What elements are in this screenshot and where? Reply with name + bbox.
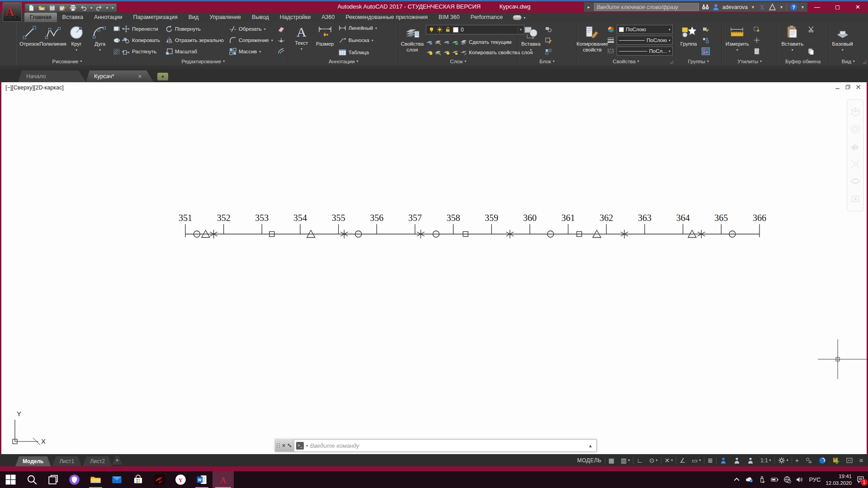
polyline-button[interactable]: Полилиния: [42, 24, 64, 56]
save-button[interactable]: [49, 5, 56, 11]
viewcube-icon[interactable]: [850, 107, 861, 117]
alice-app[interactable]: [64, 471, 85, 488]
panel-label-modify[interactable]: Редактирование▾: [118, 57, 288, 66]
create-block-button[interactable]: [545, 26, 552, 33]
open-file-button[interactable]: [38, 5, 45, 11]
grid-display-icon[interactable]: ▦: [605, 454, 618, 466]
tab-addins[interactable]: Надстройки: [274, 13, 316, 22]
search-icon[interactable]: [702, 3, 709, 11]
command-input[interactable]: [310, 442, 584, 449]
file-tab-start[interactable]: Начало: [18, 70, 86, 82]
tab-parametric[interactable]: Параметризация: [128, 13, 183, 22]
erase-button[interactable]: [278, 26, 285, 33]
plus-icon[interactable]: +: [792, 454, 802, 466]
group-button[interactable]: Группа: [678, 24, 699, 56]
dragon-center-app[interactable]: [149, 471, 170, 488]
offset-button[interactable]: [278, 48, 285, 55]
make-current-button[interactable]: Сделать текущим: [469, 39, 512, 45]
word-app[interactable]: W: [191, 471, 212, 488]
model-space-toggle[interactable]: МОДЕЛЬ: [574, 454, 605, 466]
tab-annotate[interactable]: Аннотации: [89, 13, 127, 22]
tab-output[interactable]: Вывод: [246, 13, 274, 22]
copy-clip-button[interactable]: [807, 48, 815, 55]
a360-icon[interactable]: [769, 3, 776, 11]
action-center-button[interactable]: 1: [857, 476, 864, 483]
clean-screen-icon[interactable]: [843, 454, 856, 466]
wrench-icon[interactable]: 🔧︎: [287, 443, 292, 448]
match-layer-icon[interactable]: [460, 49, 467, 56]
scale-button[interactable]: Масштаб: [165, 48, 224, 55]
new-file-button[interactable]: [28, 5, 35, 11]
panel-label-layers[interactable]: Слои▾: [399, 57, 517, 66]
osnap-icon[interactable]: ▭▾: [689, 454, 704, 466]
arc-button[interactable]: Дуга▾: [89, 24, 111, 56]
annotation-scale-icon[interactable]: [744, 454, 757, 466]
tab-performance[interactable]: Performance: [465, 13, 509, 22]
usb-icon[interactable]: [758, 476, 766, 483]
tab-manage[interactable]: Управление: [204, 13, 246, 22]
layer-thaw-icon[interactable]: [443, 49, 450, 56]
qat-customize-icon[interactable]: ▾: [112, 6, 113, 10]
quick-select-button[interactable]: [753, 26, 760, 33]
dialog-launcher-icon[interactable]: ◿: [670, 60, 673, 64]
exchange-apps-icon[interactable]: X: [758, 3, 766, 11]
battery-icon[interactable]: [771, 476, 778, 483]
cut-button[interactable]: [807, 26, 815, 33]
layer-on-icon[interactable]: [426, 49, 433, 56]
autocad-app[interactable]: A: [212, 471, 234, 488]
panel-label-draw[interactable]: Рисование▾: [16, 57, 118, 66]
taskbar-search-button[interactable]: [21, 471, 42, 488]
panel-label-annotation[interactable]: Аннотации▾: [288, 57, 399, 66]
group-selection-toggle[interactable]: [702, 48, 709, 55]
save-as-button[interactable]: [59, 5, 66, 11]
mail-app[interactable]: [106, 471, 127, 488]
pan-hand-icon[interactable]: [850, 141, 861, 152]
layer-isolate-icon[interactable]: [434, 39, 441, 45]
panel-label-groups[interactable]: Группы▾: [675, 57, 722, 66]
make-current-icon[interactable]: [460, 39, 467, 45]
infocenter-collapse-icon[interactable]: ▸: [586, 5, 591, 9]
quick-calc-button[interactable]: [753, 48, 760, 55]
tab-insert[interactable]: Вставка: [57, 13, 89, 22]
settings-gear-icon[interactable]: ▾: [775, 454, 792, 466]
polar-tracking-icon[interactable]: ⊙▾: [646, 454, 661, 466]
tray-expand-icon[interactable]: [733, 476, 741, 483]
task-view-button[interactable]: [42, 471, 64, 488]
panel-label-view[interactable]: Вид▾ ◿: [829, 57, 868, 66]
lineweight-select[interactable]: ПоСл... ▾: [617, 47, 673, 56]
table-button[interactable]: Таблица: [339, 49, 377, 56]
customize-menu-icon[interactable]: ≡: [856, 454, 866, 466]
maximize-button[interactable]: ◻: [827, 1, 848, 13]
text-button[interactable]: A Текст▾: [291, 24, 312, 56]
array-button[interactable]: Массив▾: [229, 48, 273, 55]
layer-freeze-icon[interactable]: [443, 39, 450, 45]
ortho-icon[interactable]: ∟: [633, 454, 646, 466]
help-dropdown-icon[interactable]: ▾: [800, 5, 805, 9]
layer-lock-icon[interactable]: [452, 39, 458, 45]
tab-view[interactable]: Вид: [183, 13, 204, 22]
help-icon[interactable]: ?: [790, 3, 797, 11]
panel-label-utilities[interactable]: Утилиты▾: [722, 57, 778, 66]
command-input-area[interactable]: >_ ▾ ▲: [294, 439, 597, 452]
explorer-app[interactable]: [85, 471, 106, 488]
network-icon[interactable]: [783, 476, 791, 483]
graphics-performance-icon[interactable]: [816, 454, 829, 466]
ungroup-button[interactable]: [702, 37, 709, 44]
tab-a360[interactable]: A360: [316, 13, 340, 22]
base-view-button[interactable]: Базовый▾: [831, 24, 854, 56]
mirror-button[interactable]: Отразить зеркально: [165, 37, 224, 44]
minimize-button[interactable]: —: [807, 1, 827, 13]
dimension-button[interactable]: Размер: [314, 24, 336, 56]
annotation-scale-value[interactable]: 1:1▾: [757, 454, 774, 466]
panel-label-properties[interactable]: Свойства▾ ◿: [577, 57, 675, 66]
fillet-button[interactable]: Сопряжение▾: [229, 37, 273, 44]
angle-icon[interactable]: ∠: [676, 454, 689, 466]
infocenter-search-input[interactable]: [594, 3, 699, 11]
block-editor-button[interactable]: [545, 48, 552, 55]
measure-button[interactable]: Измерить▾: [724, 24, 750, 56]
close-tab-icon[interactable]: ✕: [130, 74, 142, 80]
signed-in-user[interactable]: adevarova: [722, 4, 748, 10]
undo-dropdown-icon[interactable]: ▾: [90, 6, 92, 10]
clock[interactable]: 19:41 12.03.2020: [826, 473, 852, 487]
command-line-grip[interactable]: ✕ 🔧︎: [275, 439, 294, 452]
